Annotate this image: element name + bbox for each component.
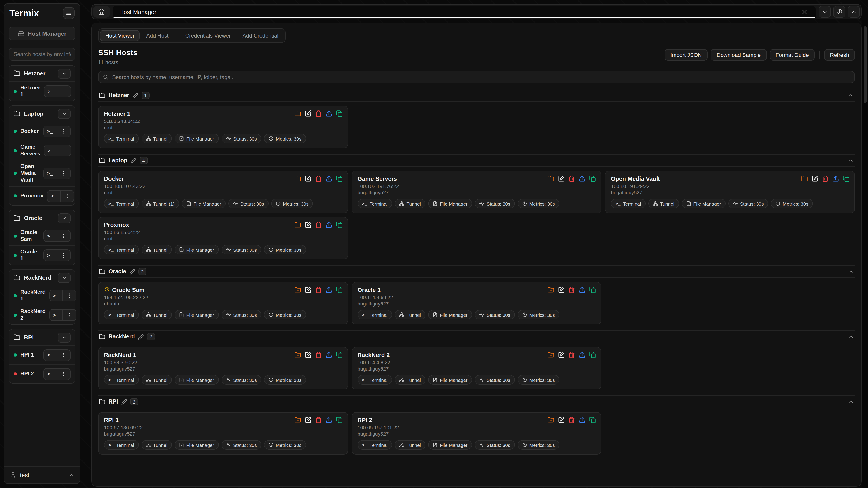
file-manager-chip[interactable]: File Manager: [175, 375, 219, 385]
status-chip[interactable]: Status: 30s: [728, 199, 768, 208]
sidebar-host-item[interactable]: Hetzner 1 >_: [9, 81, 75, 101]
sidebar-host-item[interactable]: RackNerd 1 >_: [9, 286, 75, 305]
terminal-chip[interactable]: >_Terminal: [104, 245, 138, 254]
section-collapse-icon[interactable]: [848, 398, 854, 405]
folder-collapse-button[interactable]: [58, 332, 70, 342]
terminal-button[interactable]: >_: [44, 368, 57, 379]
delete-host-icon[interactable]: [315, 110, 322, 117]
remove-from-folder-icon[interactable]: [294, 110, 301, 117]
host-menu-button[interactable]: [57, 230, 70, 241]
tab-list-dropdown-button[interactable]: [819, 6, 831, 18]
scrollbar-thumb[interactable]: [864, 26, 867, 103]
remove-from-folder-icon[interactable]: [548, 287, 555, 293]
terminal-chip[interactable]: >_Terminal: [358, 375, 392, 385]
export-host-icon[interactable]: [325, 221, 332, 228]
status-chip[interactable]: Status: 30s: [221, 245, 261, 254]
remove-from-folder-icon[interactable]: [294, 352, 301, 358]
format-guide-button[interactable]: Format Guide: [770, 49, 815, 61]
tunnel-chip[interactable]: Tunnel: [141, 310, 172, 320]
refresh-button[interactable]: Refresh: [824, 49, 855, 61]
remove-from-folder-icon[interactable]: [294, 221, 301, 228]
import-json-button[interactable]: Import JSON: [664, 49, 708, 61]
remove-from-folder-icon[interactable]: [294, 175, 301, 182]
tab-add-credential[interactable]: Add Credential: [237, 30, 284, 41]
tab-credentials-viewer[interactable]: Credentials Viewer: [180, 30, 236, 41]
tunnel-chip[interactable]: Tunnel: [395, 375, 425, 385]
delete-host-icon[interactable]: [315, 287, 322, 293]
status-chip[interactable]: Status: 30s: [221, 440, 261, 450]
sidebar-host-item[interactable]: Open Media Vault >_: [9, 160, 75, 186]
tunnel-chip[interactable]: Tunnel: [395, 440, 425, 450]
duplicate-host-icon[interactable]: [589, 417, 596, 423]
tunnel-chip[interactable]: Tunnel: [141, 134, 172, 143]
edit-host-icon[interactable]: [811, 175, 818, 182]
sidebar-host-item[interactable]: RackNerd 2 >_: [9, 305, 75, 324]
terminal-chip[interactable]: >_Terminal: [104, 310, 138, 320]
duplicate-host-icon[interactable]: [336, 110, 342, 117]
export-host-icon[interactable]: [325, 352, 332, 358]
file-manager-chip[interactable]: File Manager: [175, 440, 219, 450]
terminal-button[interactable]: >_: [44, 126, 57, 137]
section-collapse-icon[interactable]: [848, 92, 854, 98]
delete-host-icon[interactable]: [568, 175, 575, 182]
sidebar-host-item[interactable]: Proxmox >_: [9, 186, 75, 205]
edit-host-icon[interactable]: [558, 287, 565, 293]
edit-folder-icon[interactable]: [130, 158, 136, 163]
terminal-button[interactable]: >_: [44, 145, 57, 156]
export-host-icon[interactable]: [832, 175, 839, 182]
metrics-chip[interactable]: Metrics: 30s: [264, 310, 306, 320]
terminal-chip[interactable]: >_Terminal: [611, 199, 646, 208]
terminal-button[interactable]: >_: [44, 230, 57, 241]
edit-folder-icon[interactable]: [129, 269, 135, 274]
home-button[interactable]: [93, 6, 110, 18]
delete-host-icon[interactable]: [315, 352, 322, 358]
tunnel-chip[interactable]: Tunnel: [648, 199, 679, 208]
tunnel-chip[interactable]: Tunnel: [141, 375, 172, 385]
terminal-button[interactable]: >_: [44, 86, 57, 97]
sidebar-folder-header[interactable]: Hetzner: [9, 66, 75, 81]
sidebar-folder-header[interactable]: Oracle: [9, 210, 75, 226]
host-menu-button[interactable]: [57, 368, 70, 379]
tunnel-chip[interactable]: Tunnel (1): [141, 199, 179, 208]
status-chip[interactable]: Status: 30s: [475, 310, 515, 320]
remove-from-folder-icon[interactable]: [294, 287, 301, 293]
edit-host-icon[interactable]: [305, 110, 311, 117]
duplicate-host-icon[interactable]: [589, 352, 596, 358]
file-manager-chip[interactable]: File Manager: [682, 199, 725, 208]
sidebar-search-input[interactable]: [8, 48, 75, 61]
sidebar-folder-header[interactable]: RackNerd: [9, 270, 75, 286]
delete-host-icon[interactable]: [568, 287, 575, 293]
host-menu-button[interactable]: [57, 126, 70, 137]
status-chip[interactable]: Status: 30s: [221, 375, 261, 385]
terminal-button[interactable]: >_: [50, 310, 63, 320]
terminal-button[interactable]: >_: [48, 191, 61, 201]
host-menu-button[interactable]: [57, 250, 70, 261]
export-host-icon[interactable]: [579, 352, 586, 358]
remove-from-folder-icon[interactable]: [548, 417, 555, 423]
terminal-button[interactable]: >_: [44, 168, 57, 179]
chevron-up-icon[interactable]: [69, 472, 74, 478]
duplicate-host-icon[interactable]: [336, 352, 342, 358]
folder-collapse-button[interactable]: [58, 273, 70, 283]
admin-tools-button[interactable]: [833, 6, 845, 18]
terminal-button[interactable]: >_: [44, 250, 57, 261]
sidebar-user-row[interactable]: test: [4, 466, 80, 484]
metrics-chip[interactable]: Metrics: 30s: [771, 199, 813, 208]
terminal-chip[interactable]: >_Terminal: [358, 199, 392, 208]
remove-from-folder-icon[interactable]: [548, 352, 555, 358]
edit-host-icon[interactable]: [305, 175, 311, 182]
edit-host-icon[interactable]: [558, 417, 565, 423]
collapse-topbar-button[interactable]: [848, 6, 860, 18]
sidebar-folder-header[interactable]: Laptop: [9, 106, 75, 122]
sidebar-host-item[interactable]: Docker >_: [9, 122, 75, 140]
tunnel-chip[interactable]: Tunnel: [141, 440, 172, 450]
status-chip[interactable]: Status: 30s: [475, 199, 515, 208]
tab-host-manager[interactable]: Host Manager: [113, 6, 815, 18]
sidebar-host-item[interactable]: RPI 2 >_: [9, 364, 75, 383]
host-menu-button[interactable]: [61, 191, 74, 201]
duplicate-host-icon[interactable]: [336, 287, 342, 293]
delete-host-icon[interactable]: [315, 417, 322, 423]
file-manager-chip[interactable]: File Manager: [175, 310, 219, 320]
export-host-icon[interactable]: [325, 287, 332, 293]
metrics-chip[interactable]: Metrics: 30s: [518, 199, 559, 208]
